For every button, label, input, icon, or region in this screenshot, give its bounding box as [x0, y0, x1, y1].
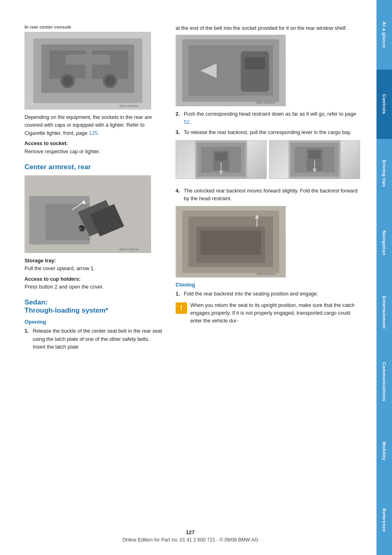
warning-icon: ! — [176, 302, 187, 314]
armrest-image: 2 WRC1740VA — [24, 175, 151, 253]
svg-text:WRC1602VA: WRC1602VA — [256, 101, 275, 105]
tab-controls[interactable]: Controls — [376, 69, 392, 139]
main-content: In rear center console WRC39 — [0, 0, 376, 555]
closing-step-1: 1. Fold the rear backrest into the seati… — [176, 290, 360, 298]
armrest-heading: Center armrest, rear — [24, 163, 163, 171]
svg-point-8 — [105, 76, 115, 86]
svg-text:2: 2 — [79, 226, 81, 231]
step-1: 1. Release the buckle of the center seat… — [24, 327, 163, 351]
page-container: In rear center console WRC39 — [0, 0, 392, 555]
step-2: 2. Push the corresponding head restraint… — [176, 110, 360, 126]
right-column: at the end of the belt into the socket p… — [176, 25, 360, 530]
svg-rect-25 — [245, 58, 265, 70]
svg-text:WRC3966VA: WRC3966VA — [119, 104, 138, 108]
tab-communications[interactable]: Communications — [376, 347, 392, 416]
storage-tray-text: Storage tray: Pull the cover upward, arr… — [24, 257, 163, 273]
closing-heading: Closing — [176, 282, 360, 288]
page-number: 127 — [24, 529, 356, 535]
svg-rect-39 — [309, 150, 321, 159]
cup-holders-text: Access to cup holders: Press button 2 an… — [24, 275, 163, 291]
rear-console-body: Depending on the equipment, the sockets … — [24, 114, 163, 137]
page-footer: 127 Online Edition for Part no. 01 41 2 … — [24, 529, 356, 543]
page-link-125[interactable]: 125 — [89, 130, 98, 136]
svg-point-6 — [63, 76, 73, 86]
tab-navigation[interactable]: Navigation — [376, 208, 392, 278]
tab-bar: At a glance Controls Driving tips Naviga… — [376, 0, 392, 555]
tab-entertainment[interactable]: Entertainment — [376, 278, 392, 347]
belt-socket-image: WRC1602VA — [176, 35, 286, 106]
svg-rect-9 — [66, 54, 110, 65]
page-link-52[interactable]: 52 — [184, 119, 189, 125]
svg-text:WRC1740VA: WRC1740VA — [119, 248, 138, 251]
left-column: In rear center console WRC39 — [24, 25, 163, 530]
tab-driving-tips[interactable]: Driving tips — [376, 139, 392, 208]
cargo-lever-right-image — [269, 140, 360, 179]
svg-rect-32 — [215, 152, 227, 161]
step-4: 4. The unlocked rear backrest moves forw… — [176, 187, 360, 203]
svg-text:WRC1965VA: WRC1965VA — [256, 272, 275, 276]
rear-console-image: WRC3966VA — [24, 32, 151, 110]
warning-box: ! When you return the seat to its uprigh… — [176, 302, 360, 325]
closing-steps: 1. Fold the rear backrest into the seati… — [176, 290, 360, 298]
opening-steps: 1. Release the buckle of the center seat… — [24, 327, 163, 351]
cargo-lever-left-image — [176, 140, 267, 179]
step-3: 3. To release the rear backrest, pull th… — [176, 129, 360, 137]
step-4-list: 4. The unlocked rear backrest moves forw… — [176, 187, 360, 203]
sedan-heading: Sedan: Through-loading system* — [24, 298, 163, 315]
footer-text: Online Edition for Part no. 01 41 2 600 … — [122, 537, 258, 543]
seat-fold-image: WRC1965VA — [176, 206, 286, 278]
warning-text: When you return the seat to its upright … — [190, 302, 360, 325]
tab-at-glance[interactable]: At a glance — [376, 0, 392, 69]
tab-mobility[interactable]: Mobility — [376, 416, 392, 486]
steps-2-3: 2. Push the corresponding head restraint… — [176, 110, 360, 137]
two-col-layout: In rear center console WRC39 — [24, 25, 360, 530]
right-continuation: at the end of the belt into the socket p… — [176, 25, 360, 32]
tab-reference[interactable]: Reference — [376, 486, 392, 555]
opening-heading: Opening — [24, 319, 163, 325]
rear-console-label: In rear center console — [24, 25, 163, 29]
cargo-levers-images — [176, 140, 360, 183]
access-socket-label: Access to socket: Remove respective cap … — [24, 140, 163, 156]
svg-rect-46 — [200, 231, 261, 255]
